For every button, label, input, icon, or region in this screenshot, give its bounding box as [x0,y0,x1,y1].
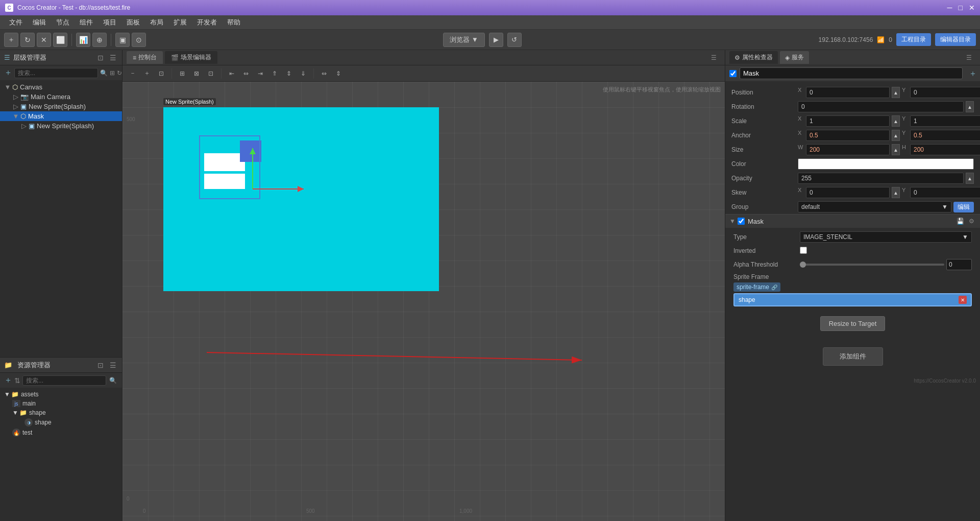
size-w-spin[interactable]: ▲ [892,144,900,155]
scale-y-input[interactable] [910,115,980,127]
add-node-btn[interactable]: ＋ [4,33,18,47]
tree-item-mask[interactable]: ▼ ⬡ Mask [0,111,122,121]
node-active-checkbox[interactable] [729,70,737,77]
asset-item-shape[interactable]: ◑ shape [0,417,122,428]
select-btn[interactable]: ✕ [37,33,51,47]
anchor-x-input[interactable] [806,130,890,141]
console-tab[interactable]: ≡ 控制台 [127,51,163,64]
add-asset-btn[interactable]: ＋ [4,375,12,386]
refresh-btn[interactable]: ↻ [20,33,35,47]
tree-item-main-camera[interactable]: ▷ 📷 Main Camera [0,92,122,102]
reload-btn[interactable]: ↺ [507,33,522,47]
close-btn[interactable]: ✕ [969,4,975,12]
position-y-input[interactable] [910,87,980,98]
browser-dropdown[interactable]: 浏览器 ▼ [443,33,485,47]
mask-component-header[interactable]: ▼ Mask 💾 ⚙ [725,214,980,228]
group-select[interactable]: default ▼ [798,201,951,212]
hierarchy-refresh-btn[interactable]: ↻ [117,68,122,78]
tree-item-canvas[interactable]: ▼ ⬡ Canvas [0,82,122,92]
group-edit-btn[interactable]: 编辑 [953,202,974,212]
camera-btn[interactable]: ⬜ [53,33,67,47]
scale-x-input[interactable] [806,115,890,127]
resize-to-target-btn[interactable]: Resize to Target [820,316,886,331]
node-name-input[interactable] [740,67,963,79]
mask-comp-save-btn[interactable]: 💾 [955,217,965,226]
chart-btn[interactable]: 📊 [76,33,90,47]
align-left-btn[interactable]: ⇤ [226,67,238,80]
grid-btn1[interactable]: ⊞ [176,67,188,80]
mask-type-select[interactable]: IMAGE_STENCIL ▼ [800,231,972,243]
inverted-checkbox[interactable] [800,247,807,254]
sprite-frame-drop-zone[interactable]: shape ✕ [733,293,972,306]
sort-btn[interactable]: ⇅ [14,376,20,385]
menu-extend[interactable]: 扩展 [168,16,192,29]
play-btn[interactable]: ▶ [489,33,503,47]
assets-search-btn[interactable]: 🔍 [108,375,118,386]
rotation-input[interactable] [798,101,964,112]
skew-y-input[interactable] [910,187,980,198]
align-right-btn[interactable]: ⇥ [254,67,266,80]
plus2-btn[interactable]: ⊕ [92,33,107,47]
hierarchy-search-input[interactable] [14,68,98,78]
menu-panel[interactable]: 面板 [121,16,145,29]
sprite-frame-clear-btn[interactable]: ✕ [959,296,967,304]
circle-btn[interactable]: ⊙ [132,33,146,47]
assets-menu-btn[interactable]: ☰ [108,360,118,370]
anchor-y-input[interactable] [910,130,980,141]
opacity-spin[interactable]: ▲ [966,173,974,184]
zoom-in-btn[interactable]: ＋ [141,67,153,80]
menu-component[interactable]: 组件 [75,16,98,29]
scene-viewport[interactable]: 使用鼠标右键平移视窗焦点，使用滚轮缩放视图 500 0 0 500 1,000 … [122,82,725,521]
mask-comp-gear-btn[interactable]: ⚙ [967,217,976,226]
scene-editor-tab[interactable]: 🎬 场景编辑器 [165,51,217,64]
service-tab[interactable]: ◈ 服务 [780,51,809,64]
add-component-header-btn[interactable]: ＋ [966,68,976,79]
project-dir-btn[interactable]: 工程目录 [896,33,931,46]
hierarchy-menu-btn[interactable]: ☰ [108,53,118,63]
menu-project[interactable]: 项目 [98,16,121,29]
alpha-slider[interactable] [800,264,944,266]
align-bottom-btn[interactable]: ⇓ [297,67,309,80]
anchor-x-spin[interactable]: ▲ [892,130,900,141]
rot-spin-up[interactable]: ▲ [966,101,974,112]
assets-copy-btn[interactable]: ⊡ [95,360,106,370]
assets-tab[interactable]: 资源管理器 [17,361,51,370]
align-center-btn[interactable]: ⇔ [240,67,252,80]
hierarchy-copy-btn[interactable]: ⊡ [95,53,106,63]
align-top-btn[interactable]: ⇑ [268,67,281,80]
scene-tab-options[interactable]: ☰ [707,54,721,61]
alpha-threshold-input[interactable] [946,259,972,270]
grid-btn2[interactable]: ⊠ [190,67,203,80]
menu-file[interactable]: 文件 [4,16,28,29]
editor-dir-btn[interactable]: 编辑器目录 [935,33,976,46]
zoom-fit-btn[interactable]: ⊡ [155,67,167,80]
skew-x-spin[interactable]: ▲ [892,187,900,198]
assets-search-input[interactable] [22,375,106,386]
align-middle-btn[interactable]: ⇕ [283,67,295,80]
asset-item-main[interactable]: js main [0,399,122,408]
tree-item-sprite1[interactable]: ▷ ▣ New Sprite(Splash) [0,102,122,111]
menu-layout[interactable]: 布局 [145,16,168,29]
hierarchy-search-btn[interactable]: 🔍 [100,68,108,78]
menu-help[interactable]: 帮助 [222,16,246,29]
inspector-menu-btn[interactable]: ☰ [962,54,976,61]
size-h-input[interactable] [910,144,980,155]
hierarchy-tab[interactable]: 层级管理器 [13,53,46,62]
opacity-input[interactable] [798,173,964,184]
tree-item-sprite2[interactable]: ▷ ▣ New Sprite(Splash) [0,121,122,131]
hierarchy-expand-btn[interactable]: ⊞ [110,68,115,78]
position-x-input[interactable] [806,87,890,98]
pos-x-spin-up[interactable]: ▲ [892,87,900,98]
properties-tab[interactable]: ⚙ 属性检查器 [729,51,778,64]
asset-item-assets[interactable]: ▼ 📁 assets [0,390,122,399]
asset-item-shape-folder[interactable]: ▼ 📁 shape [0,408,122,417]
rect-btn[interactable]: ▣ [115,33,130,47]
add-node-hier-btn[interactable]: ＋ [4,67,12,78]
maximize-btn[interactable]: □ [959,4,963,12]
grid-btn3[interactable]: ⊡ [205,67,217,80]
menu-edit[interactable]: 编辑 [28,16,51,29]
menu-node[interactable]: 节点 [51,16,75,29]
size-w-input[interactable] [806,144,890,155]
distribute-v-btn[interactable]: ⇕ [332,67,345,80]
skew-x-input[interactable] [806,187,890,198]
